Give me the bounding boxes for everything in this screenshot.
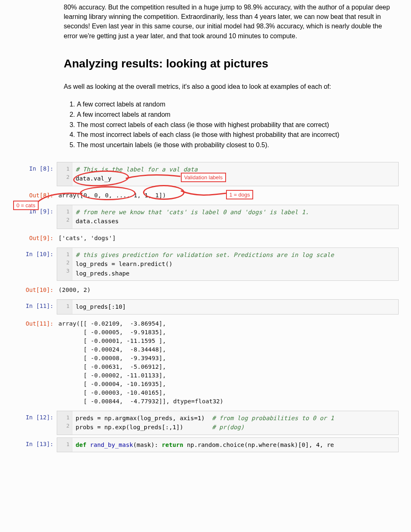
output-text: ['cats', 'dogs'] [58, 234, 399, 243]
line-numbers: 1 [57, 300, 72, 314]
prompt-out: Out[8]: [12, 189, 57, 199]
code-cell-9-out: Out[9]: ['cats', 'dogs'] [12, 231, 399, 245]
line-numbers: 123 [57, 248, 72, 280]
code-text: def rand_by_mask(mask): return np.random… [72, 438, 398, 452]
list-item: The most incorrect labels of each class … [77, 130, 390, 140]
code-input[interactable]: 12 preds = np.argmax(log_preds, axis=1) … [57, 411, 399, 435]
line-numbers: 12 [57, 205, 72, 229]
list-item: The most correct labels of each class (i… [77, 120, 390, 130]
prompt-in: In [8]: [12, 162, 57, 172]
line-numbers: 12 [57, 162, 72, 186]
code-input[interactable]: 12 # This is the label for a val data da… [57, 162, 399, 186]
code-cell-11-out: Out[11]: array([[ -0.02109, -3.86954], [… [12, 317, 399, 408]
code-text: # this gives prediction for validation s… [72, 248, 398, 280]
code-text: preds = np.argmax(log_preds, axis=1) # f… [72, 411, 398, 435]
prompt-in: In [12]: [12, 411, 57, 421]
notebook-page: 80% accuracy. But the competition result… [0, 2, 411, 452]
prompt-in: In [11]: [12, 299, 57, 309]
code-input[interactable]: 1 log_preds[:10] [57, 299, 399, 314]
line-numbers: 1 [57, 438, 72, 452]
list-item: A few correct labels at random [77, 99, 390, 110]
output-text: array([[ -0.02109, -3.86954], [ -0.00005… [58, 319, 399, 406]
prompt-in: In [10]: [12, 247, 57, 257]
annotation-validation-labels: Validation labels [181, 173, 226, 182]
code-cell-12-in: In [12]: 12 preds = np.argmax(log_preds,… [12, 411, 399, 435]
code-input[interactable]: 123 # this gives prediction for validati… [57, 247, 399, 281]
code-input[interactable]: 1 def rand_by_mask(mask): return np.rand… [57, 437, 399, 452]
prompt-in: In [13]: [12, 437, 57, 447]
code-cell-8-out: Out[8]: array([0, 0, 0, ..., 1, 1, 1]) [12, 189, 399, 202]
markdown-cell-intro: 80% accuracy. But the competition result… [64, 2, 390, 150]
prompt-out: Out[11]: [12, 317, 57, 327]
code-text: # from here we know that 'cats' is label… [72, 205, 398, 229]
lead-paragraph: As well as looking at the overall metric… [64, 82, 390, 91]
output-text: (2000, 2) [58, 286, 399, 294]
code-cell-9-in: In [9]: 12 # from here we know that 'cat… [12, 205, 399, 229]
list-item: The most uncertain labels (ie those with… [77, 140, 390, 150]
list-item: A few incorrect labels at random [77, 110, 390, 120]
examples-list: A few correct labels at random A few inc… [64, 99, 390, 150]
section-heading: Analyzing results: looking at pictures [64, 57, 390, 70]
code-cell-10-out: Out[10]: (2000, 2) [12, 283, 399, 297]
code-cell-13-in: In [13]: 1 def rand_by_mask(mask): retur… [12, 437, 399, 452]
annotated-cells: In [8]: 12 # This is the label for a val… [12, 162, 399, 245]
code-input[interactable]: 12 # from here we know that 'cats' is la… [57, 205, 399, 229]
code-cell-11-in: In [11]: 1 log_preds[:10] [12, 299, 399, 314]
intro-paragraph: 80% accuracy. But the competition result… [64, 2, 390, 41]
code-text: # This is the label for a val data data.… [72, 162, 398, 186]
annotation-zero-equals-cats: 0 = cats [13, 201, 39, 210]
annotation-one-equals-dogs: 1 = dogs [226, 190, 253, 199]
code-cell-10-in: In [10]: 123 # this gives prediction for… [12, 247, 399, 281]
prompt-out: Out[9]: [12, 231, 57, 241]
prompt-out: Out[10]: [12, 283, 57, 293]
line-numbers: 12 [57, 411, 72, 435]
code-text: log_preds[:10] [72, 300, 398, 314]
